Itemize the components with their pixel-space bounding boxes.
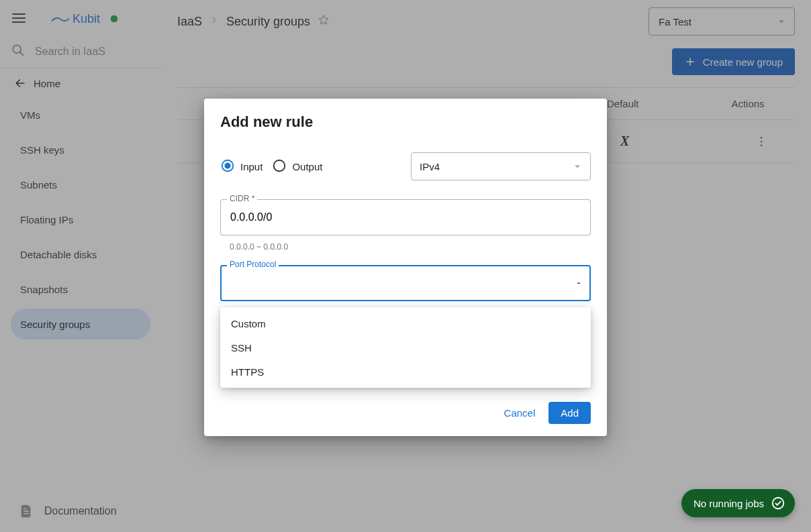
cidr-hint: 0.0.0.0 ~ 0.0.0.0 <box>220 240 591 260</box>
port-protocol-option-ssh[interactable]: SSH <box>220 335 591 360</box>
port-protocol-select[interactable] <box>220 265 591 301</box>
dropdown-icon <box>571 160 583 172</box>
svg-point-6 <box>274 160 285 171</box>
direction-radio-group: Input Output <box>220 158 400 175</box>
ethertype-select[interactable]: IPv4 <box>411 152 591 180</box>
dialog-title: Add new rule <box>220 113 591 131</box>
running-jobs-label: No running jobs <box>694 498 764 509</box>
direction-input-radio[interactable]: Input <box>220 158 263 175</box>
radio-unchecked-icon <box>272 158 287 175</box>
running-jobs-pill[interactable]: No running jobs <box>681 489 795 517</box>
direction-input-label: Input <box>240 161 263 172</box>
cancel-button[interactable]: Cancel <box>496 402 544 424</box>
radio-checked-icon <box>220 158 235 175</box>
cidr-input[interactable] <box>220 199 591 235</box>
svg-point-5 <box>224 162 230 168</box>
port-protocol-option-https[interactable]: HTTPS <box>220 360 591 384</box>
direction-output-label: Output <box>292 161 322 172</box>
cidr-label: CIDR * <box>227 194 257 203</box>
add-button[interactable]: Add <box>548 402 591 424</box>
port-protocol-menu: Custom SSH HTTPS <box>220 307 591 388</box>
check-circle-icon <box>771 496 785 511</box>
ethertype-value: IPv4 <box>420 161 440 172</box>
port-protocol-label: Port Protocol <box>227 260 279 269</box>
direction-output-radio[interactable]: Output <box>272 158 322 175</box>
port-protocol-option-custom[interactable]: Custom <box>220 311 591 335</box>
dropdown-up-icon <box>575 279 583 287</box>
svg-point-7 <box>773 498 784 509</box>
